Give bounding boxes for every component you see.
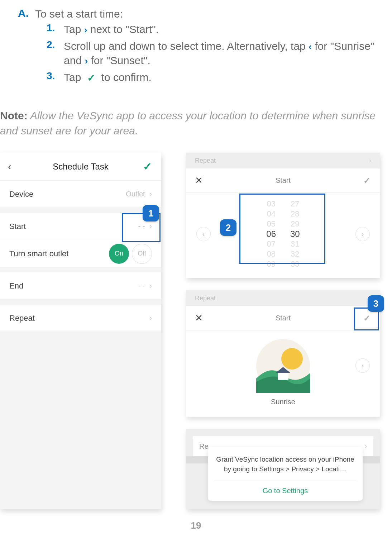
header-title: Schedule Task [53,162,109,172]
sunset-next-button[interactable]: › [355,227,370,241]
callout-2-box [239,194,325,264]
sunset-next-button[interactable]: › [355,358,370,373]
screen-header: ‹ Schedule Task ✓ [0,153,161,181]
note-block: Note: Allow the VeSync app to access you… [0,97,392,149]
row-label: Turn smart outlet [9,249,68,258]
callout-3-badge: 3 [368,295,384,312]
sunrise-header: ✕ Start ✓ [186,306,380,330]
screenshot-mocks: ‹ Schedule Task ✓ Device Outlet › Start … [0,149,392,509]
sunrise-header-title: Start [276,314,291,322]
repeat-row[interactable]: Repeat › [0,305,161,332]
time-picker-screen: Repeat › ✕ Start ✓ ‹ 03040506070809 2728… [186,153,380,278]
location-modal-text: Grant VeSync location access on your iPh… [214,455,356,474]
callout-1-badge: 1 [143,205,159,221]
step-number: 2. [47,39,57,68]
device-row[interactable]: Device Outlet › [0,181,161,208]
confirm-icon[interactable]: ✓ [363,176,371,186]
toggle-off[interactable]: Off [132,244,152,264]
callout-2-badge: 2 [220,219,236,236]
section-title: To set a start time: [35,7,123,20]
step-number: 3. [47,70,57,85]
step-text: Tap › next to "Start". [64,22,162,37]
instructions-block: A. To set a start time: 1. Tap › next to… [0,7,392,97]
gray-repeat-strip: Repeat › [186,290,380,306]
location-permission-screen: Re › Grant VeSync location access on you… [186,429,380,509]
end-row[interactable]: End - - › [0,272,161,300]
chevron-right-icon: › [364,442,367,451]
row-label: Repeat [9,314,35,323]
sunrise-label: Sunrise [271,398,295,406]
picker-header: ✕ Start ✓ [186,168,380,193]
row-label: Start [9,222,26,231]
svg-point-1 [281,348,303,370]
sunrise-screen: Repeat › ✕ Start ✓ [186,290,380,417]
step-number: 1. [47,22,57,37]
page-number: 19 [0,520,392,531]
sunrise-prev-button[interactable]: ‹ [196,227,211,241]
gray-repeat-strip: Repeat › [186,153,380,168]
turn-outlet-row: Turn smart outlet On Off [0,240,161,267]
note-label: Note: [0,110,28,121]
step-2: 2. Scroll up and down to select time. Al… [47,39,392,68]
chevron-right-icon: › [85,56,88,66]
note-text: Allow the VeSync app to access your loca… [0,110,376,137]
chevron-left-icon: ‹ [309,41,312,52]
picker-title: Start [276,176,291,185]
step-text: Scroll up and down to select time. Alter… [64,39,392,68]
device-value: Outlet [126,190,145,198]
section-letter: A. [18,7,29,20]
chevron-right-icon: › [149,281,152,291]
chevron-right-icon: › [149,190,152,199]
numbered-steps: 1. Tap › next to "Start". 2. Scroll up a… [0,22,392,85]
location-modal: Grant VeSync location access on your iPh… [208,447,363,500]
sunrise-body: Sunrise › [186,330,380,417]
close-icon[interactable]: ✕ [195,313,203,324]
step-3: 3. Tap ✓ to confirm. [47,70,392,85]
back-icon[interactable]: ‹ [8,161,11,172]
row-label: End [9,281,23,291]
go-to-settings-button[interactable]: Go to Settings [214,481,356,501]
chevron-right-icon: › [369,157,371,165]
end-value: - - [138,282,145,290]
confirm-icon[interactable]: ✓ [143,160,152,173]
checkmark-icon: ✓ [87,72,95,84]
row-label: Device [9,190,33,199]
sunrise-illustration [253,339,314,393]
step-1: 1. Tap › next to "Start". [47,22,392,37]
schedule-task-screen: ‹ Schedule Task ✓ Device Outlet › Start … [0,153,161,509]
close-icon[interactable]: ✕ [195,175,203,186]
right-screens-column: Repeat › ✕ Start ✓ ‹ 03040506070809 2728… [186,153,380,509]
toggle-on[interactable]: On [109,244,129,264]
svg-rect-2 [278,372,288,380]
section-a-header: A. To set a start time: [0,7,392,20]
chevron-right-icon: › [149,314,152,323]
step-text: Tap ✓ to confirm. [64,70,155,85]
